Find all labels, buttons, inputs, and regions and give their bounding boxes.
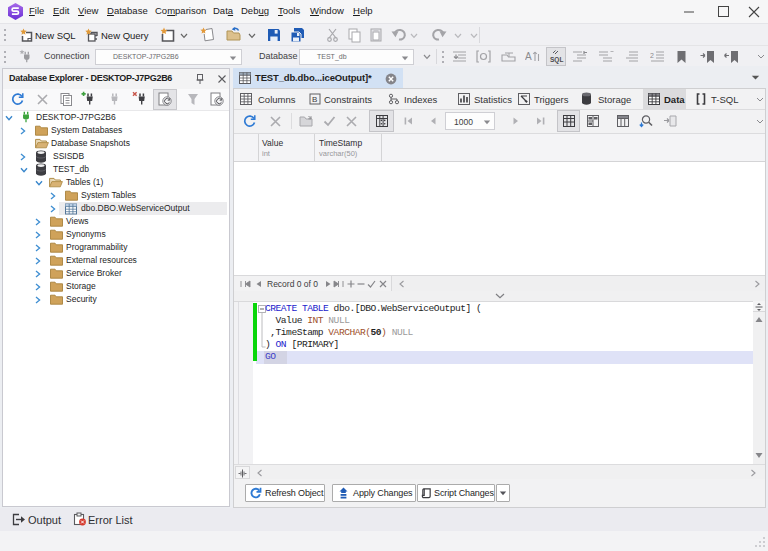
svg-text:SQL: SQL	[550, 56, 563, 64]
svg-text:A: A	[525, 51, 532, 62]
svg-text:2: 2	[650, 52, 654, 59]
svg-text:B: B	[312, 95, 317, 104]
